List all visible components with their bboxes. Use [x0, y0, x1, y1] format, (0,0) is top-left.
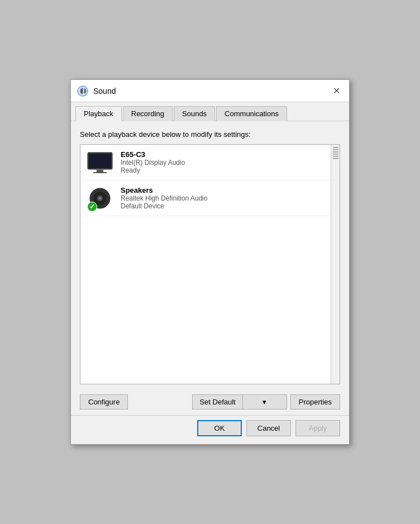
svg-rect-3 [80, 89, 83, 93]
dialog-title: Sound [93, 87, 116, 96]
device-icon-wrap-monitor [85, 151, 115, 174]
device-desc1-e65c3: Intel(R) Display Audio [121, 159, 335, 166]
instruction-text: Select a playback device below to modify… [80, 130, 340, 139]
scrollbar-line [333, 149, 338, 150]
device-item-speakers[interactable]: ✓ Speakers Realtek High Definition Audio… [80, 180, 340, 216]
device-desc2-speakers: Default Device [121, 202, 335, 210]
set-default-group: Set Default ▾ [192, 394, 287, 409]
tab-sounds[interactable]: Sounds [174, 106, 215, 121]
device-desc1-speakers: Realtek High Definition Audio [121, 194, 335, 202]
title-bar: Sound ✕ [71, 80, 349, 102]
close-button[interactable]: ✕ [329, 84, 343, 98]
svg-point-11 [99, 197, 101, 199]
set-default-button[interactable]: Set Default [192, 394, 242, 409]
scrollbar-line [333, 156, 338, 157]
default-badge: ✓ [87, 202, 97, 212]
svg-rect-6 [97, 170, 103, 172]
scrollbar-indicator-2 [331, 145, 340, 384]
dialog-body: Select a playback device below to modify… [71, 121, 349, 390]
tab-playback[interactable]: Playback [75, 106, 122, 121]
device-name-e65c3: E65-C3 [121, 150, 335, 159]
scrollbar-line [333, 147, 338, 148]
device-list[interactable]: E65-C3 Intel(R) Display Audio Ready [80, 144, 340, 384]
device-info-speakers: Speakers Realtek High Definition Audio D… [121, 186, 335, 210]
device-name-speakers: Speakers [121, 186, 335, 194]
action-buttons-row: Configure Set Default ▾ Properties [71, 390, 349, 414]
cancel-button[interactable]: Cancel [246, 420, 291, 436]
set-default-dropdown[interactable]: ▾ [242, 394, 287, 409]
configure-button[interactable]: Configure [80, 394, 128, 409]
ok-button[interactable]: OK [197, 420, 242, 436]
properties-button[interactable]: Properties [290, 394, 340, 409]
title-left: Sound [77, 85, 116, 97]
scrollbar-line [333, 158, 338, 159]
bottom-buttons: OK Cancel Apply [71, 415, 349, 444]
tab-bar: Playback Recording Sounds Communications [71, 102, 349, 121]
svg-rect-5 [89, 154, 111, 168]
scrollbar-line [333, 151, 338, 153]
device-item-e65c3[interactable]: E65-C3 Intel(R) Display Audio Ready [80, 145, 340, 180]
device-info-e65c3: E65-C3 Intel(R) Display Audio Ready [121, 150, 335, 174]
scrollbar-line [333, 154, 338, 155]
tab-recording[interactable]: Recording [123, 106, 173, 121]
sound-dialog: Sound ✕ Playback Recording Sounds Commun… [70, 79, 350, 445]
device-icon-wrap-speaker: ✓ [85, 187, 115, 209]
apply-button[interactable]: Apply [295, 420, 340, 436]
svg-rect-7 [93, 172, 107, 173]
device-desc2-e65c3: Ready [121, 166, 335, 174]
sound-icon [77, 85, 89, 97]
monitor-icon [87, 151, 113, 174]
tab-communications[interactable]: Communications [216, 106, 287, 121]
